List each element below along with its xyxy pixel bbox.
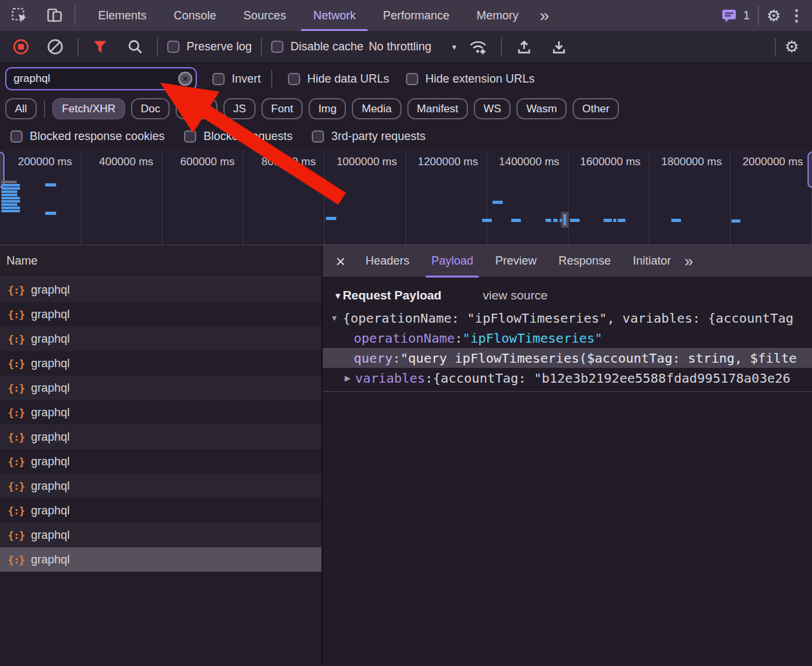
more-detail-tabs-icon[interactable]: » [684, 252, 693, 270]
request-row[interactable]: {:}graphql [0, 278, 321, 302]
checkbox[interactable] [10, 130, 23, 143]
invert-checkbox[interactable] [212, 73, 225, 85]
settings-gear-icon[interactable]: ⚙ [767, 8, 781, 24]
clear-network-log-button[interactable] [42, 38, 68, 56]
tab-memory[interactable]: Memory [463, 0, 532, 31]
close-icon[interactable]: × [336, 253, 345, 270]
preserve-log-toggle[interactable]: Preserve log [167, 40, 252, 54]
request-row[interactable]: {:}graphql [0, 547, 321, 572]
payload-tree-row[interactable]: ▶variables: {accountTag: "b12e3b2192ee55… [323, 368, 812, 388]
view-source-link[interactable]: view source [483, 288, 547, 303]
hide-extension-urls-toggle[interactable]: Hide extension URLs [406, 72, 534, 86]
device-toolbar-icon[interactable] [42, 7, 68, 24]
collapsed-arrow-icon[interactable]: ▶ [345, 374, 350, 383]
name-column-header[interactable]: Name [0, 245, 321, 278]
hide-extension-urls-checkbox[interactable] [406, 73, 418, 85]
payload-tree-row[interactable]: query: "query ipFlowTimeseries($accountT… [323, 348, 812, 368]
issues-chat-icon [721, 8, 738, 24]
request-name: graphql [31, 283, 70, 297]
more-panels-icon[interactable]: » [532, 7, 556, 24]
detail-tab-initiator[interactable]: Initiator [622, 245, 682, 278]
request-row[interactable]: {:}graphql [0, 400, 321, 425]
divider [77, 38, 79, 56]
chip-other[interactable]: Other [573, 98, 620, 119]
chip-fetch-xhr[interactable]: Fetch/XHR [52, 98, 125, 119]
network-conditions-icon[interactable] [464, 38, 492, 56]
timeline-tick: 600000 ms [163, 150, 244, 245]
section-collapse-icon[interactable]: ▼ [334, 291, 342, 301]
tab-console[interactable]: Console [160, 0, 230, 31]
payload-tree-row[interactable]: ▼{operationName: "ipFlowTimeseries", var… [323, 308, 812, 328]
tab-sources[interactable]: Sources [230, 0, 299, 31]
timeline-tick: 1000000 ms [325, 150, 406, 245]
divider [157, 38, 158, 56]
timeline-request-bar [482, 219, 492, 222]
inspect-element-icon[interactable] [6, 7, 33, 25]
json-file-icon: {:} [8, 382, 25, 394]
chip-ws[interactable]: WS [474, 98, 511, 119]
detail-tab-bar: × HeadersPayloadPreviewResponseInitiator… [323, 245, 812, 278]
request-row[interactable]: {:}graphql [0, 425, 321, 449]
issues-counter[interactable]: 1 [721, 8, 750, 24]
blocked-requests-toggle[interactable]: Blocked requests [184, 130, 292, 143]
request-row[interactable]: {:}graphql [0, 302, 321, 327]
tab-performance[interactable]: Performance [369, 0, 463, 31]
network-overview-timeline[interactable]: 200000 ms400000 ms600000 ms800000 ms1000… [0, 150, 812, 245]
tab-elements[interactable]: Elements [85, 0, 160, 31]
filter-input[interactable] [5, 67, 197, 90]
hide-data-urls-checkbox[interactable] [288, 73, 300, 85]
request-row[interactable]: {:}graphql [0, 498, 321, 523]
expanded-arrow-icon[interactable]: ▼ [330, 314, 338, 323]
chip-all[interactable]: All [5, 98, 37, 119]
blocked-response-cookies-toggle[interactable]: Blocked response cookies [10, 130, 165, 143]
kebab-menu-icon[interactable]: ⋮ [781, 8, 812, 23]
har-export-icon[interactable] [546, 39, 572, 56]
disable-cache-checkbox[interactable] [271, 41, 283, 53]
hide-data-urls-label: Hide data URLs [307, 72, 389, 86]
detail-tab-response[interactable]: Response [547, 245, 622, 278]
chip-font[interactable]: Font [261, 98, 303, 119]
checkbox[interactable] [312, 130, 324, 143]
network-settings-gear-icon[interactable]: ⚙ [785, 39, 804, 55]
preserve-log-label: Preserve log [187, 40, 252, 54]
chip-img[interactable]: Img [309, 98, 346, 119]
request-name: graphql [31, 553, 70, 567]
request-details-pane: × HeadersPayloadPreviewResponseInitiator… [323, 245, 812, 665]
request-row[interactable]: {:}graphql [0, 474, 321, 498]
chip-wasm[interactable]: Wasm [516, 98, 567, 119]
payload-tree-row[interactable]: operationName: "ipFlowTimeseries" [323, 328, 812, 348]
json-value: "query ipFlowTimeseries($accountTag: str… [400, 350, 797, 366]
network-split-view: Name {:}graphql{:}graphql{:}graphql{:}gr… [0, 245, 812, 665]
filter-input-box: × [5, 67, 197, 90]
detail-tab-headers[interactable]: Headers [354, 245, 420, 278]
request-row[interactable]: {:}graphql [0, 351, 321, 376]
preserve-log-checkbox[interactable] [167, 41, 179, 53]
chip-css[interactable]: CSS [176, 98, 218, 119]
invert-toggle[interactable]: Invert [212, 72, 261, 86]
chip-media[interactable]: Media [352, 98, 401, 119]
filter-funnel-icon[interactable] [88, 39, 112, 55]
request-row[interactable]: {:}graphql [0, 376, 321, 400]
checkbox[interactable] [184, 130, 196, 143]
har-import-icon[interactable] [511, 39, 537, 56]
overview-right-grip[interactable] [807, 152, 812, 188]
chip-js[interactable]: JS [223, 98, 256, 119]
3rd-party-requests-toggle[interactable]: 3rd-party requests [312, 130, 425, 143]
record-network-log-button[interactable] [8, 38, 34, 56]
request-row[interactable]: {:}graphql [0, 327, 321, 351]
hide-data-urls-toggle[interactable]: Hide data URLs [288, 72, 389, 86]
detail-tab-preview[interactable]: Preview [484, 245, 547, 278]
request-row[interactable]: {:}graphql [0, 449, 321, 474]
timeline-request-bar [1, 203, 17, 206]
throttling-dropdown[interactable]: No throttling ▼ [369, 40, 458, 54]
chevron-down-icon: ▼ [451, 43, 458, 51]
request-row[interactable]: {:}graphql [0, 523, 321, 547]
disable-cache-toggle[interactable]: Disable cache [271, 40, 363, 54]
chip-doc[interactable]: Doc [131, 98, 170, 119]
detail-tab-payload[interactable]: Payload [420, 245, 484, 278]
chip-manifest[interactable]: Manifest [407, 98, 468, 119]
search-icon[interactable] [123, 39, 148, 55]
request-payload-section[interactable]: ▼ Request Payload view source [323, 278, 812, 308]
clear-filter-icon[interactable]: × [178, 72, 192, 86]
tab-network[interactable]: Network [299, 0, 369, 31]
